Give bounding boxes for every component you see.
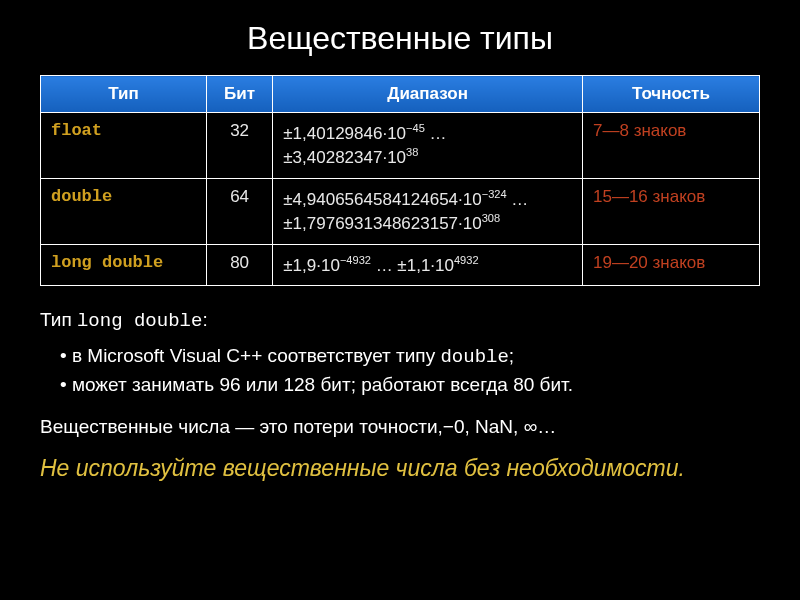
col-precision: Точность xyxy=(583,76,760,113)
cell-type: long double xyxy=(41,244,207,285)
bullet-list: в Microsoft Visual C++ соответствует тип… xyxy=(40,342,760,401)
table-row: float 32 ±1,40129846·10−45 …±3,40282347·… xyxy=(41,113,760,179)
cell-precision: 15—16 знаков xyxy=(583,178,760,244)
cell-precision: 7—8 знаков xyxy=(583,113,760,179)
cell-range: ±4,9406564584124654·10−324 …±1,797693134… xyxy=(273,178,583,244)
cell-precision: 19—20 знаков xyxy=(583,244,760,285)
col-range: Диапазон xyxy=(273,76,583,113)
intro-prefix: Тип xyxy=(40,309,77,330)
bullet-item: в Microsoft Visual C++ соответствует тип… xyxy=(60,342,760,372)
cell-range: ±1,9·10−4932 … ±1,1·104932 xyxy=(273,244,583,285)
bullet-text-pre: может занимать 96 или 128 бит; работают … xyxy=(72,374,573,395)
intro-line: Тип long double: xyxy=(40,306,760,336)
bullet-item: может занимать 96 или 128 бит; работают … xyxy=(60,371,760,401)
table-header-row: Тип Бит Диапазон Точность xyxy=(41,76,760,113)
intro-mono: long double xyxy=(77,310,202,332)
cell-bits: 64 xyxy=(206,178,272,244)
bullet-text-mono: double xyxy=(440,346,508,368)
types-table: Тип Бит Диапазон Точность float 32 ±1,40… xyxy=(40,75,760,286)
slide-body: Тип long double: в Microsoft Visual C++ … xyxy=(40,306,760,484)
cell-bits: 32 xyxy=(206,113,272,179)
cell-type: float xyxy=(41,113,207,179)
bullet-text-pre: в Microsoft Visual C++ соответствует тип… xyxy=(72,345,441,366)
cell-range: ±1,40129846·10−45 …±3,40282347·1038 xyxy=(273,113,583,179)
table-row: long double 80 ±1,9·10−4932 … ±1,1·10493… xyxy=(41,244,760,285)
col-type: Тип xyxy=(41,76,207,113)
slide: Вещественные типы Тип Бит Диапазон Точно… xyxy=(0,0,800,600)
table-row: double 64 ±4,9406564584124654·10−324 …±1… xyxy=(41,178,760,244)
bullet-text-post: ; xyxy=(509,345,514,366)
callout: Не используйте вещественные числа без не… xyxy=(40,453,760,484)
slide-title: Вещественные типы xyxy=(40,20,760,57)
cell-bits: 80 xyxy=(206,244,272,285)
sentence: Вещественные числа — это потери точности… xyxy=(40,413,760,442)
cell-type: double xyxy=(41,178,207,244)
col-bits: Бит xyxy=(206,76,272,113)
intro-suffix: : xyxy=(202,309,207,330)
